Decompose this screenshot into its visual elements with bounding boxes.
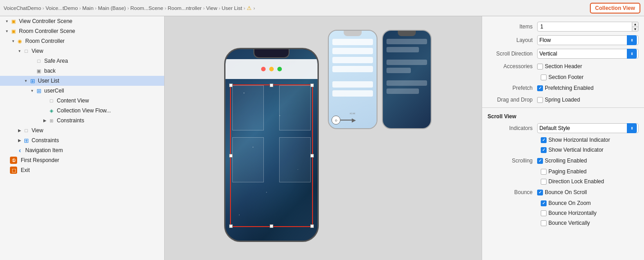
breadcrumb-more[interactable]: › (253, 5, 255, 11)
accessories-label: Accessories (488, 63, 537, 70)
indicators-select[interactable]: Default Style ⬍ (537, 123, 639, 133)
bounce-vertical-cb[interactable] (541, 220, 547, 226)
sidebar-item-view-controller-scene[interactable]: ▾ ▣ View Controller Scene (0, 16, 164, 26)
view-icon: □ (23, 47, 30, 55)
accessories-row: Accessories Section Header (482, 60, 644, 72)
back-label: back (44, 68, 55, 74)
show-horizontal-row: Show Horizontal Indicator (482, 135, 644, 145)
sidebar-item-room-controller[interactable]: ▾ ◉ Room Controller (0, 36, 164, 46)
toggle-user-cell[interactable]: ▾ (29, 88, 35, 93)
segue-arrow: ○ ▶ (331, 116, 356, 125)
sidebar-item-room-controller-scene[interactable]: ▾ ▣ Room Controller Scene (0, 26, 164, 36)
toggle-room-controller-scene[interactable]: ▾ (4, 29, 10, 33)
sidebar-item-constraints-outer[interactable]: ▶ ⊞ Constraints (0, 135, 164, 145)
breadcrumb-alert-icon: ⚠ (247, 5, 252, 11)
items-decrement[interactable]: ▼ (632, 27, 638, 32)
toggle-user-list[interactable]: ▾ (23, 79, 29, 83)
layout-select-arrow[interactable]: ⬍ (627, 35, 637, 45)
items-increment[interactable]: ▲ (632, 22, 638, 27)
toggle-constraints-inner[interactable]: ▶ (41, 118, 48, 123)
sidebar-item-back[interactable]: ▾ ▣ back (0, 66, 164, 76)
sidebar-item-user-cell[interactable]: ▾ ⊞ userCell (0, 86, 164, 96)
items-stepper[interactable]: ▲ ▼ (632, 22, 639, 32)
breadcrumb-item-5[interactable]: Room...Scene (130, 5, 163, 11)
section-footer-cb[interactable] (541, 74, 547, 80)
scroll-direction-value: Vertical (539, 51, 557, 57)
breadcrumb-item-6[interactable]: Room...ntroller (168, 5, 202, 11)
bounce-horizontal-cb[interactable] (541, 210, 547, 216)
divider-1 (482, 107, 644, 108)
view2-label: View (32, 127, 43, 134)
sidebar-item-content-view[interactable]: ▾ □ Content View (0, 96, 164, 106)
breadcrumb-bar: VoiceChatDemo › Voice...tDemo › Main › M… (0, 0, 644, 16)
indicators-arrow[interactable]: ⬍ (627, 123, 637, 133)
navbar-dots (261, 67, 282, 71)
prefetch-row: Prefetch Prefetching Enabled (482, 82, 644, 94)
show-vertical-cb[interactable] (541, 147, 547, 153)
scrolling-enabled-cb[interactable] (537, 158, 543, 164)
toggle-view2[interactable]: ▶ (16, 128, 23, 133)
sidebar-item-view[interactable]: ▾ □ View (0, 46, 164, 56)
sidebar-item-first-responder[interactable]: ▾ ① First Responder (0, 155, 164, 165)
sidebar-item-view2[interactable]: ▶ □ View (0, 125, 164, 135)
scrolling-row: Scrolling Scrolling Enabled (482, 155, 644, 167)
prefetching-enabled-cb[interactable] (537, 85, 543, 91)
user-cell-label: userCell (44, 88, 64, 94)
iphone-notch (253, 49, 290, 58)
collection-view-button[interactable]: Collection View (590, 3, 640, 14)
breadcrumb-item-4[interactable]: Main (Base) (98, 5, 126, 11)
user-cell-icon: ⊞ (35, 87, 42, 94)
indicators-arrow-icon: ⬍ (630, 126, 634, 130)
show-horizontal-cb[interactable] (541, 137, 547, 143)
nav-item-icon: ‹ (16, 147, 23, 154)
main-layout: ▾ ▣ View Controller Scene ▾ ▣ Room Contr… (0, 16, 644, 260)
toggle-view-controller-scene[interactable]: ▾ (4, 19, 10, 23)
arrow-line (340, 120, 352, 121)
scroll-direction-select[interactable]: Vertical ⬍ (537, 49, 639, 59)
view2-icon: □ (23, 127, 30, 134)
items-field[interactable]: 1 (537, 22, 632, 32)
direction-lock-cb[interactable] (541, 179, 547, 185)
sidebar-item-exit[interactable]: ▾ ⬚ Exit (0, 165, 164, 175)
view-label: View (32, 48, 43, 54)
navigation-item-label: Navigation Item (25, 147, 63, 153)
layout-select[interactable]: Flow ⬍ (537, 35, 639, 45)
sidebar-item-collection-view-flow[interactable]: ▾ ◈ Collection View Flow... (0, 106, 164, 116)
arrow-head-icon: ▶ (352, 117, 356, 123)
section-header-cb[interactable] (537, 64, 543, 70)
breadcrumb-item-1[interactable]: VoiceChatDemo (4, 5, 41, 11)
exit-icon: ⬚ (10, 167, 17, 174)
toggle-view[interactable]: ▾ (16, 49, 23, 53)
sidebar-item-navigation-item[interactable]: ▾ ‹ Navigation Item (0, 145, 164, 155)
collection-flow-label: Collection View Flow... (57, 107, 111, 114)
sidebar-item-constraints-inner[interactable]: ▶ ⊞ Constraints (0, 116, 164, 125)
iphone-screen (225, 49, 317, 241)
scrolling-label: Scrolling (488, 158, 537, 164)
sidebar: ▾ ▣ View Controller Scene ▾ ▣ Room Contr… (0, 16, 165, 260)
sidebar-item-user-list[interactable]: ▾ ⊞ User List (0, 76, 164, 86)
toggle-room-controller[interactable]: ▾ (10, 39, 16, 43)
right-panel: Items 1 ▲ ▼ Layout Flow ⬍ (482, 16, 644, 260)
dot-yellow (269, 67, 274, 71)
bounce-on-scroll-cb[interactable] (537, 190, 543, 195)
spring-loaded-cb[interactable] (537, 97, 543, 103)
preview-notch-dark (398, 31, 416, 36)
breadcrumb-item-8[interactable]: User List (222, 5, 242, 11)
sidebar-item-safe-area[interactable]: ▾ □ Safe Area (0, 56, 164, 66)
breadcrumb-item-3[interactable]: Main (82, 5, 93, 11)
bounce-on-zoom-cb[interactable] (541, 200, 547, 206)
scroll-direction-arrow[interactable]: ⬍ (627, 49, 637, 59)
toggle-constraints-outer[interactable]: ▶ (16, 138, 23, 143)
prefetch-label: Prefetch (488, 85, 537, 91)
paging-cb[interactable] (541, 169, 547, 175)
indicators-label: Indicators (488, 125, 537, 131)
breadcrumb-item-7[interactable]: View (206, 5, 217, 11)
room-controller-icon: ◉ (16, 37, 23, 45)
preview-screen-dark (383, 31, 431, 128)
items-row: Items 1 ▲ ▼ (482, 20, 644, 33)
content-view-icon: □ (48, 97, 55, 104)
breadcrumb-item-2[interactable]: Voice...tDemo (46, 5, 78, 11)
section-footer-label: Section Footer (548, 74, 584, 80)
preview-phones: xList (328, 30, 432, 129)
first-responder-label: First Responder (21, 157, 59, 163)
